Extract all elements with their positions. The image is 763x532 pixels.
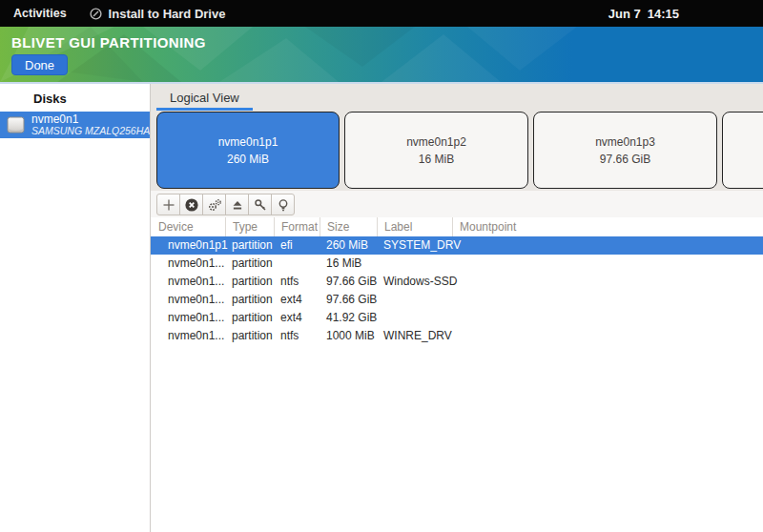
partition-block-nvme0n1p1[interactable]: nvme0n1p1 260 MiB (156, 112, 340, 189)
cell-label (377, 309, 452, 327)
disk-model: SAMSUNG MZALQ256HAJD- (31, 126, 150, 136)
disk-labels: nvme0n1 SAMSUNG MZALQ256HAJD- (31, 113, 150, 136)
add-partition-button[interactable] (156, 194, 180, 215)
column-header-type[interactable]: Type (225, 217, 274, 236)
cell-type: partition (225, 255, 274, 273)
cell-format: ntfs (274, 273, 320, 291)
column-header-format[interactable]: Format (274, 217, 320, 236)
disk-name: nvme0n1 (31, 113, 150, 126)
tab-logical-view[interactable]: Logical View (156, 86, 253, 111)
cell-type: partition (225, 291, 274, 309)
cell-mountpoint (452, 273, 763, 291)
edit-partition-button[interactable] (202, 194, 226, 215)
cell-format: ext4 (274, 291, 320, 309)
column-header-size[interactable]: Size (320, 217, 377, 236)
partition-block-name: nvme0n1p3 (595, 135, 655, 149)
cell-device: nvme0n1... (151, 309, 225, 327)
cell-format: ext4 (274, 309, 320, 327)
main-panel: Logical View nvme0n1p1 260 MiB nvme0n1p2… (151, 84, 763, 532)
cell-label: SYSTEM_DRV (377, 236, 452, 255)
cell-format: ntfs (274, 327, 320, 345)
cell-device: nvme0n1... (151, 291, 225, 309)
partition-block-nvme0n1p2[interactable]: nvme0n1p2 16 MiB (344, 112, 528, 189)
installer-app-icon (90, 8, 102, 20)
page-title: BLIVET GUI PARTITIONING (11, 34, 206, 51)
focused-app-title: Install to Hard Drive (109, 7, 226, 21)
cell-label: Windows-SSD (377, 273, 452, 291)
table-row[interactable]: nvme0n1... partition ntfs 97.66 GiB Wind… (151, 273, 763, 291)
gears-icon (207, 197, 222, 213)
focused-app-menu[interactable]: Install to Hard Drive (90, 7, 226, 21)
lightbulb-icon (276, 197, 291, 213)
column-header-label[interactable]: Label (377, 217, 452, 236)
actions-toolbar (151, 191, 763, 217)
blivet-gui-window: Activities Install to Hard Drive Jun 7 1… (0, 0, 763, 532)
partition-block-name: nvme0n1p2 (406, 135, 466, 149)
partitions-table: Device Type Format Size Label Mountpoint… (151, 217, 763, 532)
hub-header: BLIVET GUI PARTITIONING Done (0, 27, 763, 82)
partition-block-name: nvme0n1p1 (218, 135, 278, 149)
table-row[interactable]: nvme0n1p1 partition efi 260 MiB SYSTEM_D… (151, 236, 763, 255)
disk-list-item-nvme0n1[interactable]: nvme0n1 SAMSUNG MZALQ256HAJD- (0, 112, 150, 138)
cell-size: 97.66 GiB (320, 291, 377, 309)
cell-mountpoint (452, 309, 763, 327)
cell-size: 41.92 GiB (320, 309, 377, 327)
cell-device: nvme0n1... (151, 327, 225, 345)
cell-label (377, 255, 452, 273)
clock[interactable]: Jun 7 14:15 (608, 0, 679, 27)
cell-type: partition (225, 327, 274, 345)
disks-sidebar: Disks nvme0n1 SAMSUNG MZA (0, 84, 151, 532)
cell-size: 1000 MiB (320, 327, 377, 345)
cell-label: WINRE_DRV (377, 327, 452, 345)
table-row[interactable]: nvme0n1... partition ntfs 1000 MiB WINRE… (151, 327, 763, 345)
cell-label (377, 291, 452, 309)
done-button[interactable]: Done (11, 54, 68, 75)
cell-format (274, 255, 320, 273)
disks-heading: Disks (0, 84, 150, 112)
partition-block-size: 16 MiB (419, 153, 454, 166)
cell-device: nvme0n1... (151, 273, 225, 291)
decrypt-button[interactable] (248, 194, 272, 215)
cell-size: 97.66 GiB (320, 273, 377, 291)
cell-mountpoint (452, 327, 763, 345)
delete-partition-button[interactable] (179, 194, 203, 215)
column-header-mountpoint[interactable]: Mountpoint (452, 217, 763, 236)
clock-time: 14:15 (648, 7, 679, 21)
partition-block-size: 97.66 GiB (600, 153, 650, 166)
activities-button[interactable]: Activities (13, 7, 67, 20)
cell-format: efi (274, 236, 320, 255)
cell-type: partition (225, 309, 274, 327)
partition-block-nvme0n1p3[interactable]: nvme0n1p3 97.66 GiB (533, 112, 717, 189)
key-icon (253, 197, 268, 213)
partition-block-size: 260 MiB (227, 153, 269, 166)
info-button[interactable] (271, 194, 295, 215)
view-tab-bar: Logical View (151, 84, 763, 111)
unmount-button[interactable] (225, 194, 249, 215)
delete-circle-icon (184, 197, 199, 213)
gnome-top-bar: Activities Install to Hard Drive Jun 7 1… (0, 0, 763, 27)
window-content: Disks nvme0n1 SAMSUNG MZA (0, 84, 763, 532)
cell-mountpoint (452, 291, 763, 309)
column-header-device[interactable]: Device (151, 217, 225, 236)
table-header-row: Device Type Format Size Label Mountpoint (151, 217, 763, 236)
eject-icon (230, 197, 245, 213)
cell-type: partition (225, 236, 274, 255)
cell-mountpoint (452, 255, 763, 273)
cell-size: 16 MiB (320, 255, 377, 273)
plus-icon (161, 197, 176, 213)
clock-date: Jun 7 (608, 7, 641, 21)
partition-block-partial[interactable] (722, 112, 763, 189)
actions-button-group (156, 194, 295, 215)
table-row[interactable]: nvme0n1... partition ext4 97.66 GiB (151, 291, 763, 309)
cell-mountpoint (452, 236, 763, 255)
cell-device: nvme0n1p1 (151, 236, 225, 255)
cell-size: 260 MiB (320, 236, 377, 255)
table-row[interactable]: nvme0n1... partition 16 MiB (151, 255, 763, 273)
cell-device: nvme0n1... (151, 255, 225, 273)
table-row[interactable]: nvme0n1... partition ext4 41.92 GiB (151, 309, 763, 327)
partition-visual-map: nvme0n1p1 260 MiB nvme0n1p2 16 MiB nvme0… (151, 111, 763, 191)
harddisk-icon (7, 116, 25, 133)
cell-type: partition (225, 273, 274, 291)
